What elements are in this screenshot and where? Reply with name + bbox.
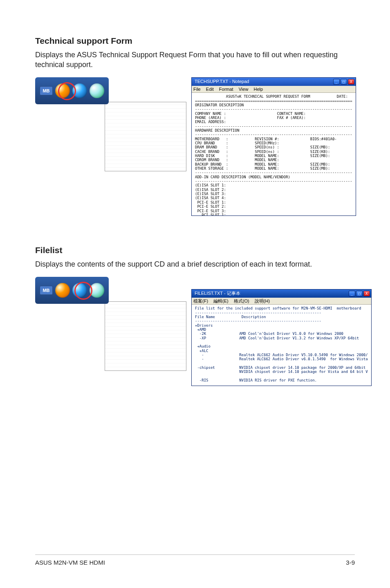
launcher-icon-1[interactable] xyxy=(55,83,70,98)
window-title: TECHSUPP.TXT - Notepad xyxy=(193,79,249,84)
window-close-button-2[interactable]: X xyxy=(363,291,370,296)
section-body-filelist: Displays the contents of the support CD … xyxy=(35,259,355,269)
section-heading-filelist: Filelist xyxy=(35,245,355,255)
notepad-window-filelist: FILELIST.TXT - 记事本 _ □ X 檔案(F) 編輯(E) 格式(… xyxy=(191,289,372,386)
window-maximize-button[interactable]: □ xyxy=(341,79,347,85)
titlebar-2[interactable]: FILELIST.TXT - 记事本 _ □ X xyxy=(192,290,371,298)
notepad-window-techsupp: TECHSUPP.TXT - Notepad _ □ X File Edit F… xyxy=(191,77,356,216)
menu-format-2[interactable]: 格式(O) xyxy=(234,298,249,303)
menubar[interactable]: File Edit Format View Help xyxy=(192,86,356,93)
launcher-toolbar: MB xyxy=(35,77,109,104)
menu-format[interactable]: Format xyxy=(219,87,233,92)
menu-edit-2[interactable]: 編輯(E) xyxy=(213,298,229,303)
footer-divider xyxy=(35,554,355,555)
launcher-icon-2b[interactable] xyxy=(72,283,87,298)
menu-file[interactable]: File xyxy=(193,87,201,92)
mb-badge-2: MB xyxy=(40,286,53,295)
menubar-2[interactable]: 檔案(F) 編輯(E) 格式(O) 說明(H) xyxy=(192,298,371,305)
launcher-icon-2[interactable] xyxy=(72,83,87,98)
screenshot-placeholder-2 xyxy=(105,301,186,371)
launcher-icon-3[interactable] xyxy=(90,83,104,98)
window-minimize-button[interactable]: _ xyxy=(333,79,340,85)
screenshot-placeholder xyxy=(105,102,186,171)
launcher-icon-1b[interactable] xyxy=(55,283,70,298)
menu-file-2[interactable]: 檔案(F) xyxy=(193,298,208,303)
footer-right: 3-9 xyxy=(346,559,355,566)
section-body-tech: Displays the ASUS Technical Support Requ… xyxy=(35,50,355,70)
section-heading-tech: Technical support Form xyxy=(35,36,355,46)
notepad-content-2: File list for the included support softw… xyxy=(192,305,371,386)
menu-edit[interactable]: Edit xyxy=(206,87,214,92)
window-maximize-button-2[interactable]: □ xyxy=(356,291,363,296)
menu-view[interactable]: View xyxy=(239,87,249,92)
window-title-2: FILELIST.TXT - 记事本 xyxy=(193,291,240,296)
window-minimize-button-2[interactable]: _ xyxy=(349,291,355,296)
footer-left: ASUS M2N-VM SE HDMI xyxy=(35,559,105,566)
window-close-button[interactable]: X xyxy=(348,79,354,85)
mb-badge: MB xyxy=(40,86,53,95)
launcher-icon-3b[interactable] xyxy=(90,283,104,298)
notepad-content: ASUSTeK TECHNICAL SUPPORT REQUEST FORM D… xyxy=(192,93,356,215)
menu-help[interactable]: Help xyxy=(253,87,263,92)
titlebar[interactable]: TECHSUPP.TXT - Notepad _ □ X xyxy=(192,78,356,86)
menu-help-2[interactable]: 說明(H) xyxy=(255,298,270,303)
launcher-toolbar-2: MB xyxy=(35,277,109,304)
